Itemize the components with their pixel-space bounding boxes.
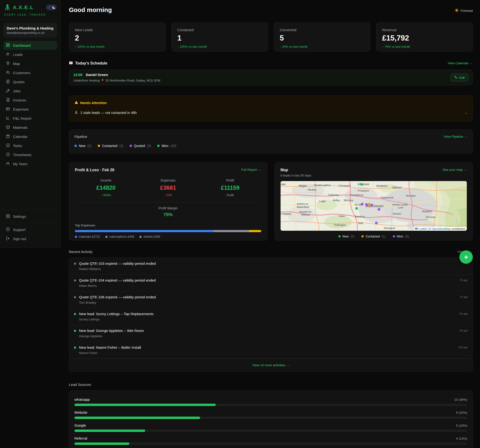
map-town-label: Ashton-in- Makerfield <box>297 202 309 208</box>
full-report-link[interactable]: Full Report → <box>241 168 261 172</box>
pnl-metric-income: Income £14820 ↑ 843% <box>75 179 137 197</box>
stage-count: (3) <box>147 144 151 148</box>
stage-label: Contacted <box>102 144 117 148</box>
sidebar-item-p-l-report[interactable]: P&L Report <box>3 114 57 123</box>
leaflet-link[interactable]: Leaflet <box>419 227 427 230</box>
sidebar-item-settings[interactable]: Settings <box>3 212 57 221</box>
activity-row[interactable]: New lead: Sunny Lettings – Tap Replaceme… <box>69 308 473 325</box>
stage-label: Quoted <box>134 144 145 148</box>
sidebar-item-my-team[interactable]: My Team <box>3 159 57 168</box>
pnl-card: Profit & Loss · Feb 26 Full Report → Inc… <box>69 162 267 241</box>
map-town-label: Partington <box>334 224 346 226</box>
view-calendar-link[interactable]: View Calendar → <box>448 61 473 65</box>
account-name: Dave's Plumbing & Heating <box>7 26 54 30</box>
expense-segment <box>214 230 249 232</box>
lead-marker[interactable] <box>378 208 380 211</box>
map-town-label: Newton-le- Willows <box>299 210 312 216</box>
pnl-metric-label: Expenses <box>137 179 199 182</box>
activity-timestamp: 7h ago <box>460 296 468 298</box>
lead-marker[interactable] <box>365 203 368 206</box>
sidebar-item-materials[interactable]: Materials <box>3 123 57 132</box>
nav-icon <box>6 161 10 166</box>
needs-attention-title: Needs Attention <box>80 101 107 105</box>
map-legend-item-won: Won (5) <box>393 234 409 238</box>
lead-marker[interactable] <box>375 222 378 224</box>
sidebar-item-quotes[interactable]: Quotes <box>3 77 57 86</box>
stale-leads-row[interactable]: 2 stale leads — not contacted in 48h → <box>74 110 467 115</box>
lead-sources-title: Lead Sources <box>69 383 91 387</box>
sidebar-item-sign-out[interactable]: Sign out <box>3 234 57 243</box>
stat-label: Converted <box>280 28 365 32</box>
call-button[interactable]: Call <box>451 74 468 81</box>
forecast-button[interactable]: Forecast <box>455 8 473 13</box>
openstreetmap-link[interactable]: OpenStreetMap <box>432 227 451 230</box>
lead-marker[interactable] <box>361 203 364 205</box>
source-bar-track <box>74 442 467 445</box>
sidebar-item-jobs[interactable]: Jobs <box>3 87 57 96</box>
sidebar-item-expenses[interactable]: Expenses <box>3 105 57 114</box>
expense-legend-item: materials £2722 <box>75 235 100 238</box>
sidebar-item-tasks[interactable]: Tasks <box>3 141 57 150</box>
lead-sources-list: whatsapp 10 (36%) Website 9 (32%) <box>74 397 467 445</box>
sidebar-item-dashboard[interactable]: Dashboard <box>3 41 57 50</box>
stage-count: (2) <box>87 144 92 148</box>
activity-row[interactable]: Quote QTE-103 expired — validity period … <box>69 258 473 275</box>
lead-marker[interactable] <box>355 207 358 210</box>
add-button[interactable]: + <box>459 250 473 264</box>
sidebar-item-invoices[interactable]: Invoices <box>3 96 57 104</box>
schedule-card[interactable]: 13:00 Daniel Green Underfloor Heating 33… <box>69 69 473 85</box>
nav-icon <box>6 61 10 66</box>
stage-dot <box>157 145 160 147</box>
sidebar-item-map[interactable]: Map <box>3 59 57 68</box>
view-pipeline-link[interactable]: View Pipeline → <box>444 135 467 138</box>
lead-marker[interactable] <box>360 183 363 186</box>
map-town-label: Leigh <box>319 200 326 203</box>
moon-icon <box>52 6 56 9</box>
nav-item-label: Jobs <box>13 89 21 93</box>
activity-row[interactable]: New lead: George Appleton – Wet Room Geo… <box>69 325 473 342</box>
stat-card-revenue: Revenue £15,792 ↑ 75% vs last month <box>376 22 473 52</box>
nav-icon <box>6 70 10 75</box>
pnl-title: Profit & Loss · Feb 26 <box>75 168 114 172</box>
activity-row[interactable]: Quote QTE-104 expired — validity period … <box>69 275 473 291</box>
map-town-label: Mossley <box>406 194 416 197</box>
footer-nav: Support Sign out <box>0 223 60 245</box>
nav-icon <box>6 134 10 139</box>
activity-row[interactable]: New lead: Naomi Fisher – Boiler Install … <box>69 342 473 358</box>
source-bar-fill <box>74 404 216 406</box>
top-expenses-legend: materials £2722 subscriptions £409 vehic… <box>75 235 261 238</box>
stage-count: (20) <box>170 144 176 148</box>
nav-item-label: Support <box>13 227 26 232</box>
sidebar-item-calendar[interactable]: Calendar <box>3 132 57 141</box>
map-town-label: Oldham <box>392 186 402 189</box>
sidebar-item-timesheets[interactable]: Timesheets <box>3 150 57 159</box>
page-title: Good morning <box>69 6 112 14</box>
stale-leads-text: 2 stale leads — not contacted in 48h <box>80 111 464 115</box>
sidebar-item-support[interactable]: Support <box>3 225 57 234</box>
see-your-map-link[interactable]: See your map → <box>443 168 467 172</box>
activity-row[interactable]: Quote QTE-106 expired — validity period … <box>69 291 473 308</box>
account-card[interactable]: Dave's Plumbing & Heating dave@davesplum… <box>3 23 57 38</box>
map-attribution: Leaflet | © OpenStreetMap contributors <box>414 227 467 231</box>
activity-card: Quote QTE-103 expired — validity period … <box>69 258 473 359</box>
appointment-time: 13:00 <box>73 73 82 77</box>
sidebar-item-customers[interactable]: Customers <box>3 68 57 77</box>
pipeline-stage-quoted: Quoted (3) <box>130 144 151 148</box>
leaflet-map[interactable]: dale Wigan Westhoughton Farnworth Whitef… <box>281 181 467 231</box>
lead-marker[interactable] <box>368 203 371 206</box>
activity-timestamp: 7h ago <box>460 279 468 282</box>
map-town-label: Worsley <box>344 199 353 202</box>
nav-item-label: Invoices <box>13 98 26 102</box>
nav-item-label: Materials <box>13 125 28 130</box>
dark-mode-toggle[interactable] <box>46 5 57 10</box>
map-town-label: Middleton <box>376 184 388 187</box>
lead-marker[interactable] <box>370 204 373 207</box>
view-more-activities-link[interactable]: View 14 more activities → <box>252 363 289 367</box>
activity-subtitle: Tom Bradley <box>79 301 460 304</box>
stat-delta: ↑ 75% vs last month <box>382 45 467 48</box>
forecast-label: Forecast <box>460 9 473 13</box>
map-town-label: Ashton-under- Lyne <box>392 203 409 209</box>
sidebar-item-leads[interactable]: Leads <box>3 50 57 59</box>
nav-icon <box>6 98 10 103</box>
stage-dot <box>98 145 100 147</box>
